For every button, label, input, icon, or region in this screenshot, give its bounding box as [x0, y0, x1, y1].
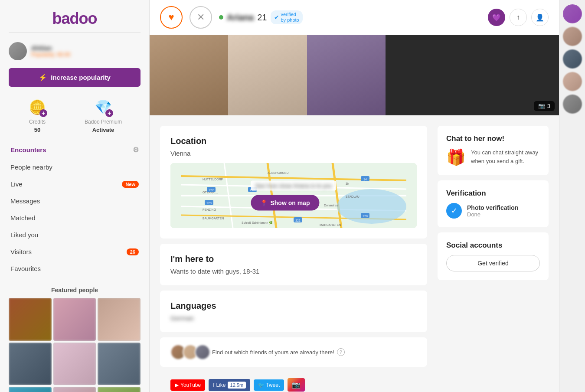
featured-thumb-9[interactable]	[98, 387, 141, 392]
get-verified-button[interactable]: Get verified	[446, 255, 540, 271]
svg-text:Schloß Schönbrunn 🌿: Schloß Schönbrunn 🌿	[242, 221, 273, 225]
premium-item[interactable]: 💎 + Badoo Premium Activate	[85, 97, 122, 133]
verified-badge: ✔ verifiedby photo	[271, 10, 303, 24]
sidebar-item-live[interactable]: Live New	[0, 176, 149, 193]
youtube-button[interactable]: ▶ YouTube	[170, 379, 205, 391]
profile-menu-button[interactable]: 👤	[531, 9, 549, 26]
sidebar-item-visitors[interactable]: Visitors 26	[0, 243, 149, 260]
svg-text:PENZING: PENZING	[203, 208, 216, 211]
featured-title: Featured people	[9, 287, 141, 294]
x-icon: ✕	[197, 12, 205, 23]
edge-avatar-2[interactable]	[563, 27, 582, 46]
gift-icon: 🎁	[446, 148, 466, 167]
verified-text: verifiedby photo	[281, 12, 299, 23]
photo-section: 📷 3	[150, 35, 559, 115]
here-to-text: Wants to date with guys, 18-31	[170, 268, 417, 275]
friends-row: Find out which friends of yours are alre…	[170, 344, 417, 360]
verify-label: Photo verification	[467, 204, 518, 211]
facebook-count: 12.5m	[228, 382, 246, 389]
pass-button[interactable]: ✕	[190, 6, 212, 29]
featured-thumb-7[interactable]	[9, 387, 52, 392]
svg-text:BAUMGARTEN: BAUMGARTEN	[203, 217, 224, 220]
twitter-button[interactable]: 🐦 Tweet	[254, 379, 284, 391]
verification-row: ✓ Photo verification Done	[446, 203, 540, 219]
popularity-label: Popularity: 80.00	[31, 52, 70, 58]
credits-plus-icon: +	[39, 109, 47, 117]
svg-text:MARGARETEN: MARGARETEN	[320, 223, 341, 226]
photo-dark-panel: 📷 3	[386, 35, 559, 115]
profile-right-panel: Chat to her now! 🎁 You can chat straight…	[438, 115, 559, 392]
help-icon[interactable]: ?	[337, 348, 345, 356]
languages-title: Languages	[170, 301, 417, 311]
verify-check-circle: ✓	[446, 203, 462, 219]
verification-card: Verification ✓ Photo verification Done	[438, 180, 549, 227]
premium-label: Badoo Premium	[85, 119, 122, 125]
instagram-button[interactable]: 📷	[288, 378, 305, 392]
svg-text:HÜTTELDORF: HÜTTELDORF	[203, 178, 223, 181]
chat-now-content: 🎁 You can chat straight away when you se…	[446, 148, 540, 167]
sidebar-item-matched[interactable]: Matched	[0, 209, 149, 226]
photo-count-value: 3	[547, 103, 550, 109]
svg-text:ALSERGRUND: ALSERGRUND	[268, 171, 289, 174]
featured-thumb-1[interactable]	[9, 298, 52, 341]
person-icon: 👤	[536, 13, 544, 22]
location-title: Location	[170, 136, 417, 146]
profile-header: ♥ ✕ Ariana 21 ✔ verifiedby photo 💜 ↑ 👤	[150, 0, 559, 35]
twitter-icon: 🐦	[258, 382, 265, 388]
featured-thumb-5[interactable]	[53, 343, 96, 385]
sidebar-item-favourites[interactable]: Favourites	[0, 260, 149, 277]
share-button[interactable]: ↑	[510, 9, 527, 26]
online-indicator	[219, 15, 223, 20]
verified-check-icon: ✔	[274, 14, 279, 21]
sidebar-item-liked-you[interactable]: Liked you	[0, 226, 149, 243]
here-to-section: I'm here to Wants to date with guys, 18-…	[160, 244, 427, 285]
edge-avatar-1[interactable]	[563, 4, 582, 23]
main-nav: Encounters ⚙ People nearby Live New Mess…	[0, 137, 149, 281]
edge-avatar-5[interactable]	[563, 95, 582, 114]
edge-avatar-4[interactable]	[563, 72, 582, 91]
sidebar-user: Ahtiian Popularity: 80.00	[0, 39, 149, 65]
svg-text:221: 221	[295, 219, 301, 222]
featured-thumb-8[interactable]	[53, 387, 96, 392]
photo-1[interactable]	[150, 35, 228, 115]
featured-thumb-6[interactable]	[98, 343, 141, 385]
increase-popularity-button[interactable]: ⚡ Increase popularity	[9, 68, 141, 87]
profile-name: Ariana	[227, 13, 254, 23]
photo-3[interactable]	[307, 35, 386, 115]
sidebar-item-people-nearby[interactable]: People nearby	[0, 159, 149, 176]
friends-section: Find out which friends of yours are alre…	[160, 337, 427, 367]
verify-status: Done	[467, 211, 518, 218]
like-button[interactable]: ♥	[160, 6, 183, 29]
superlike-button[interactable]: 💜	[488, 9, 505, 26]
languages-value: German	[170, 314, 417, 322]
instagram-icon: 📷	[292, 381, 301, 389]
facebook-icon: f	[213, 382, 214, 388]
featured-thumb-3[interactable]	[98, 298, 141, 341]
photo-count: 📷 3	[534, 101, 555, 111]
featured-thumb-4[interactable]	[9, 343, 52, 385]
filter-icon[interactable]: ⚙	[133, 146, 139, 154]
share-icon: ↑	[516, 13, 520, 21]
credits-item[interactable]: 🪙 + Credits 50	[27, 97, 47, 133]
show-on-map-button[interactable]: 📍 Show on map	[251, 195, 319, 211]
facebook-button[interactable]: f Like 12.5m	[209, 379, 250, 391]
photo-2[interactable]	[228, 35, 307, 115]
premium-plus-icon: +	[105, 109, 113, 117]
featured-section: Featured people	[0, 281, 149, 392]
sidebar-item-messages[interactable]: Messages	[0, 193, 149, 209]
encounters-label: Encounters	[10, 146, 46, 154]
sidebar-item-encounters[interactable]: Encounters ⚙	[0, 141, 149, 159]
chat-now-card: Chat to her now! 🎁 You can chat straight…	[438, 126, 549, 175]
edge-avatar-3[interactable]	[563, 49, 582, 69]
twitter-label: Tweet	[266, 382, 280, 388]
featured-thumb-2[interactable]	[53, 298, 96, 341]
credits-row: 🪙 + Credits 50 💎 + Badoo Premium Activat…	[0, 90, 149, 137]
map-overlay: See how close Ariana is to you 📍 Show on…	[251, 181, 336, 211]
right-edge-avatars	[559, 0, 585, 392]
avatar[interactable]	[9, 42, 27, 60]
friends-avatars	[170, 344, 207, 360]
main-content: ♥ ✕ Ariana 21 ✔ verifiedby photo 💜 ↑ 👤	[150, 0, 559, 392]
social-title: Social accounts	[446, 241, 540, 250]
svg-text:222: 222	[209, 189, 214, 192]
camera-icon: 📷	[538, 103, 545, 109]
